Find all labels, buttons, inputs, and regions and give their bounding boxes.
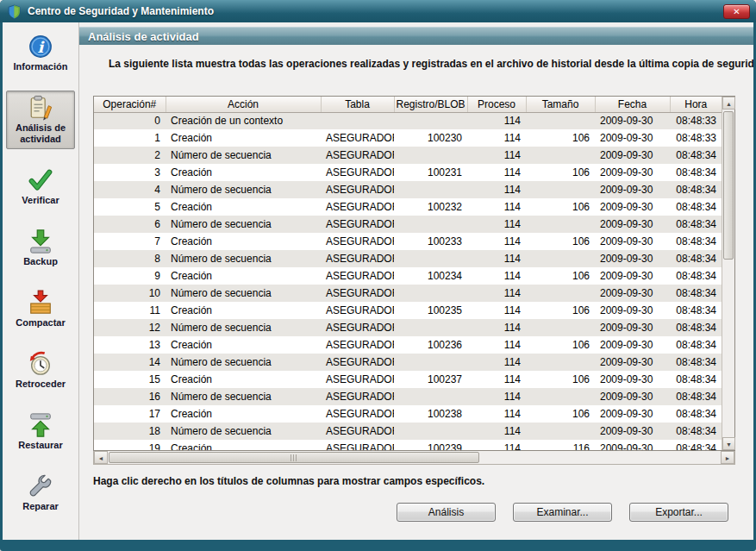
cell-proceso: 114	[467, 267, 526, 285]
table-row[interactable]: 15 Creación ASEGURADOR 100237 114 106 20…	[94, 371, 722, 388]
table-row[interactable]: 10 Número de secuencia ASEGURADOR 114 20…	[94, 285, 722, 302]
cell-proceso: 114	[467, 336, 526, 354]
cell-tamano: 106	[526, 198, 595, 216]
cell-proceso: 114	[467, 181, 526, 198]
scroll-left-icon[interactable]: ◄	[94, 451, 108, 464]
horizontal-scrollbar-thumb[interactable]	[109, 452, 479, 463]
scroll-up-icon[interactable]: ▲	[722, 97, 735, 110]
table-row[interactable]: 19 Creación ASEGURADOR 100239 114 116 20…	[94, 440, 722, 450]
table-row[interactable]: 17 Creación ASEGURADOR 100238 114 106 20…	[94, 405, 722, 423]
cell-tamano	[526, 423, 595, 440]
column-header-registro-blob[interactable]: Registro/BLOB	[394, 97, 467, 112]
cell-accion: Número de secuencia	[166, 388, 321, 405]
table-row[interactable]: 18 Número de secuencia ASEGURADOR 114 20…	[94, 423, 722, 440]
table-row[interactable]: 1 Creación ASEGURADOR 100230 114 106 200…	[94, 129, 722, 147]
cell-tabla: ASEGURADOR	[321, 233, 394, 250]
app-window: Centro de Seguridad y Mantenimiento ✕ i …	[0, 0, 756, 551]
sidebar-item-analisis-actividad[interactable]: Análisis de actividad	[6, 91, 75, 149]
cell-registro-blob: 100235	[394, 302, 467, 319]
cell-proceso: 114	[467, 198, 526, 216]
column-header-tabla[interactable]: Tabla	[321, 97, 394, 112]
column-header-tamano[interactable]: Tamaño	[526, 97, 595, 112]
title-bar[interactable]: Centro de Seguridad y Mantenimiento ✕	[0, 0, 756, 22]
cell-registro-blob	[394, 216, 467, 233]
cell-accion: Número de secuencia	[166, 319, 321, 336]
sidebar-item-restaurar[interactable]: Restaurar	[6, 408, 75, 455]
column-header-proceso[interactable]: Proceso	[467, 97, 526, 112]
cell-fecha: 2009-09-30	[595, 354, 670, 371]
cell-registro-blob	[394, 181, 467, 198]
column-header-accion[interactable]: Acción	[166, 97, 321, 112]
sidebar-item-reparar[interactable]: Reparar	[6, 469, 75, 517]
sidebar-item-retroceder[interactable]: Retroceder	[6, 347, 75, 394]
cell-operacion: 12	[94, 319, 166, 336]
vertical-scrollbar-thumb[interactable]	[723, 111, 734, 260]
cell-operacion: 19	[94, 440, 166, 450]
cell-hora: 08:48:34	[670, 336, 722, 354]
table-row[interactable]: 7 Creación ASEGURADOR 100233 114 106 200…	[94, 233, 722, 250]
table-row[interactable]: 5 Creación ASEGURADOR 100232 114 106 200…	[94, 198, 722, 216]
table-row[interactable]: 4 Número de secuencia ASEGURADOR 114 200…	[94, 181, 722, 198]
cell-fecha: 2009-09-30	[595, 129, 670, 147]
table-row[interactable]: 6 Número de secuencia ASEGURADOR 114 200…	[94, 216, 722, 233]
scroll-down-icon[interactable]: ▼	[722, 437, 735, 450]
cell-fecha: 2009-09-30	[595, 147, 670, 164]
cell-proceso: 114	[467, 302, 526, 319]
cell-hora: 08:48:33	[670, 112, 722, 129]
table-row[interactable]: 11 Creación ASEGURADOR 100235 114 106 20…	[94, 302, 722, 319]
sidebar: i Información Anál	[3, 22, 78, 540]
cell-tabla: ASEGURADOR	[321, 216, 394, 233]
info-icon: i	[28, 34, 53, 59]
cell-accion: Número de secuencia	[166, 147, 321, 164]
cell-registro-blob: 100230	[394, 129, 467, 147]
cell-accion: Creación	[166, 371, 321, 388]
cell-operacion: 7	[94, 233, 166, 250]
sidebar-item-compactar[interactable]: Compactar	[6, 285, 75, 333]
sidebar-item-informacion[interactable]: i Información	[6, 29, 75, 77]
cell-operacion: 9	[94, 267, 166, 285]
column-header-hora[interactable]: Hora	[670, 97, 722, 112]
table-row[interactable]: 0 Creación de un contexto 114 2009-09-30…	[94, 112, 722, 129]
examine-button[interactable]: Examinar...	[513, 503, 612, 522]
table-row[interactable]: 8 Número de secuencia ASEGURADOR 114 200…	[94, 250, 722, 267]
table-row[interactable]: 14 Número de secuencia ASEGURADOR 114 20…	[94, 354, 722, 371]
description-text: La siguiente lista muestra todas las ope…	[109, 58, 738, 70]
cell-operacion: 0	[94, 112, 166, 129]
cell-operacion: 1	[94, 129, 166, 147]
table-row[interactable]: 2 Número de secuencia ASEGURADOR 114 200…	[94, 147, 722, 164]
sidebar-item-label: Reparar	[22, 501, 59, 512]
cell-registro-blob: 100237	[394, 371, 467, 388]
cell-fecha: 2009-09-30	[595, 423, 670, 440]
cell-tabla: ASEGURADOR	[321, 302, 394, 319]
close-button[interactable]: ✕	[723, 4, 750, 19]
table-row[interactable]: 3 Creación ASEGURADOR 100231 114 106 200…	[94, 164, 722, 181]
cell-accion: Creación	[166, 233, 321, 250]
sidebar-item-backup[interactable]: Backup	[6, 224, 75, 272]
cell-hora: 08:48:34	[670, 198, 722, 216]
scroll-right-icon[interactable]: ►	[721, 451, 734, 464]
vertical-scrollbar[interactable]: ▲ ▼	[722, 97, 734, 450]
analysis-button[interactable]: Análisis	[397, 503, 496, 522]
cell-accion: Creación	[166, 198, 321, 216]
cell-tabla: ASEGURADOR	[321, 147, 394, 164]
column-header-operacion[interactable]: Operación#	[94, 97, 166, 112]
horizontal-scrollbar[interactable]: ◄ ►	[93, 451, 735, 465]
column-header-fecha[interactable]: Fecha	[595, 97, 670, 112]
cell-proceso: 114	[467, 440, 526, 450]
table-header-row: Operación# Acción Tabla Registro/BLOB Pr…	[94, 97, 722, 112]
export-button[interactable]: Exportar...	[629, 503, 728, 522]
cell-tabla: ASEGURADOR	[321, 440, 394, 450]
cell-hora: 08:48:34	[670, 423, 722, 440]
cell-tamano: 106	[526, 302, 595, 319]
table-row[interactable]: 16 Número de secuencia ASEGURADOR 114 20…	[94, 388, 722, 405]
table-row[interactable]: 9 Creación ASEGURADOR 100234 114 106 200…	[94, 267, 722, 285]
compact-icon	[28, 290, 53, 316]
cell-tamano	[526, 319, 595, 336]
footer-note: Haga clic derecho en los títulos de colu…	[93, 475, 753, 487]
restore-upload-icon	[28, 412, 53, 438]
table-row[interactable]: 13 Creación ASEGURADOR 100236 114 106 20…	[94, 336, 722, 354]
cell-registro-blob	[394, 285, 467, 302]
sidebar-item-verificar[interactable]: Verificar	[6, 163, 75, 210]
cell-fecha: 2009-09-30	[595, 164, 670, 181]
table-row[interactable]: 12 Número de secuencia ASEGURADOR 114 20…	[94, 319, 722, 336]
